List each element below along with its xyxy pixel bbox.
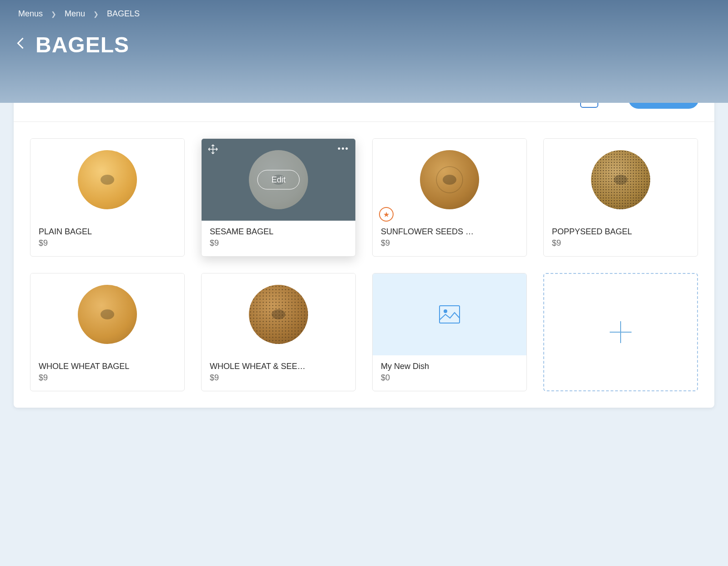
- dish-name: WHOLE WHEAT BAGEL: [39, 362, 176, 371]
- dish-info: SESAME BAGEL$9: [202, 221, 355, 256]
- bagel-graphic: [78, 285, 137, 344]
- dishes-grid: PLAIN BAGEL$9•••EditSESAME BAGEL$9★SUNFL…: [14, 122, 714, 408]
- bagel-graphic: [78, 150, 137, 209]
- dish-price: $9: [210, 238, 347, 248]
- dish-price: $9: [210, 373, 347, 383]
- chevron-right-icon: ❯: [51, 10, 56, 18]
- dish-price: $9: [39, 373, 176, 383]
- dish-price: $9: [381, 238, 518, 248]
- dish-card[interactable]: WHOLE WHEAT & SEE…$9: [201, 273, 356, 391]
- more-options-icon[interactable]: •••: [338, 144, 349, 156]
- back-arrow-icon[interactable]: [16, 37, 25, 53]
- svg-point-8: [444, 310, 447, 313]
- dish-card[interactable]: WHOLE WHEAT BAGEL$9: [30, 273, 185, 391]
- dish-card[interactable]: PLAIN BAGEL$9: [30, 138, 185, 257]
- bagel-graphic: [420, 150, 479, 209]
- dish-price: $9: [39, 238, 176, 248]
- dish-info: PLAIN BAGEL$9: [30, 221, 184, 256]
- dish-name: PLAIN BAGEL: [39, 227, 176, 237]
- dish-info: WHOLE WHEAT BAGEL$9: [30, 355, 184, 391]
- dish-image: [30, 139, 184, 221]
- dish-image: [202, 273, 355, 355]
- header-area: Menus ❯ Menu ❯ BAGELS BAGELS: [0, 0, 728, 103]
- breadcrumb-menus[interactable]: Menus: [18, 9, 43, 19]
- image-placeholder-icon: [439, 305, 460, 323]
- dish-card[interactable]: ★SUNFLOWER SEEDS …$9: [372, 138, 527, 257]
- dish-name: SESAME BAGEL: [210, 227, 347, 237]
- dish-info: POPPYSEED BAGEL$9: [544, 221, 698, 256]
- add-dish-card[interactable]: [543, 273, 698, 391]
- breadcrumb-menu[interactable]: Menu: [65, 9, 85, 19]
- dish-card[interactable]: POPPYSEED BAGEL$9: [543, 138, 698, 257]
- dish-name: POPPYSEED BAGEL: [552, 227, 689, 237]
- breadcrumb-current: BAGELS: [107, 9, 140, 19]
- bagel-graphic: [249, 285, 308, 344]
- dish-image: •••Edit: [202, 139, 355, 221]
- chevron-right-icon: ❯: [93, 10, 99, 18]
- dish-card[interactable]: •••EditSESAME BAGEL$9: [201, 138, 356, 257]
- dish-name: WHOLE WHEAT & SEE…: [210, 362, 347, 371]
- dish-image: [373, 273, 526, 355]
- page-title: BAGELS: [35, 32, 129, 57]
- dish-image: [30, 273, 184, 355]
- dish-price: $0: [381, 373, 518, 383]
- dish-info: WHOLE WHEAT & SEE…$9: [202, 355, 355, 391]
- dish-name: SUNFLOWER SEEDS …: [381, 227, 518, 237]
- dish-card[interactable]: My New Dish$0: [372, 273, 527, 391]
- title-row: BAGELS: [18, 32, 710, 57]
- dish-image: [544, 139, 698, 221]
- dishes-panel: Dishes in section New Dish PLAIN BAGEL$9…: [14, 76, 714, 408]
- move-handle-icon[interactable]: [208, 144, 218, 156]
- dish-price: $9: [552, 238, 689, 248]
- edit-button[interactable]: Edit: [257, 170, 299, 190]
- dish-info: My New Dish$0: [373, 355, 526, 391]
- bagel-graphic: [591, 150, 650, 209]
- breadcrumb: Menus ❯ Menu ❯ BAGELS: [18, 9, 710, 19]
- dish-info: SUNFLOWER SEEDS …$9: [373, 221, 526, 256]
- dish-name: My New Dish: [381, 362, 518, 371]
- star-badge-icon: ★: [379, 207, 394, 222]
- plus-icon: [608, 319, 633, 345]
- dish-image: ★: [373, 139, 526, 221]
